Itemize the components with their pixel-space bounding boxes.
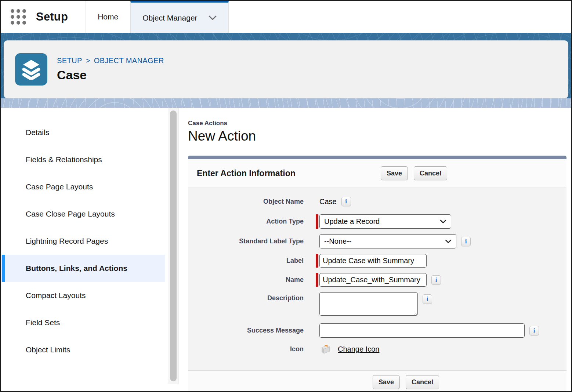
save-button-top[interactable]: Save (381, 166, 408, 180)
success-message-info-icon[interactable]: i (529, 326, 539, 335)
tab-object-manager[interactable]: Object Manager (130, 1, 228, 33)
sidebar-item-details[interactable]: Details (1, 119, 168, 146)
app-title: Setup (36, 1, 86, 33)
description-info-icon[interactable]: i (423, 294, 432, 304)
success-message-label: Success Message (188, 327, 304, 334)
panel-section-title: Enter Action Information (197, 168, 296, 178)
chevron-down-icon (445, 237, 452, 246)
description-textarea[interactable] (319, 292, 418, 316)
object-name-info-icon[interactable]: i (341, 197, 351, 206)
tab-object-manager-label: Object Manager (142, 14, 197, 22)
required-indicator (316, 254, 318, 268)
standard-label-type-selected-value: --None-- (324, 237, 351, 246)
sidebar-scrollbar[interactable] (168, 108, 179, 384)
sidebar-item-buttons-links-actions[interactable]: Buttons, Links, and Actions (1, 255, 165, 282)
icon-field-label: Icon (188, 345, 304, 353)
action-type-selected-value: Update a Record (324, 217, 380, 226)
panel-accent-bar (188, 156, 566, 159)
tab-home[interactable]: Home (86, 1, 130, 33)
chevron-down-icon (209, 14, 217, 22)
sidebar-item-case-page-layouts[interactable]: Case Page Layouts (1, 173, 168, 200)
waffle-icon (11, 9, 26, 25)
cancel-button-bottom[interactable]: Cancel (406, 375, 439, 389)
app-launcher-button[interactable] (1, 1, 36, 33)
action-info-panel: Enter Action Information Save Cancel Obj… (188, 156, 566, 392)
section-eyebrow: Case Actions (188, 120, 566, 127)
label-field-label: Label (188, 257, 304, 265)
standard-label-type-label: Standard Label Type (188, 237, 304, 245)
action-type-label: Action Type (188, 218, 304, 225)
sidebar-item-case-close-page-layouts[interactable]: Case Close Page Layouts (1, 200, 168, 228)
object-sidebar: Details Fields & Relationships Case Page… (1, 108, 168, 384)
description-label: Description (188, 292, 304, 302)
name-input[interactable] (319, 273, 427, 287)
object-header-card: SETUP > OBJECT MANAGER Case (4, 40, 568, 98)
standard-label-type-select[interactable]: --None-- (319, 234, 456, 248)
nav-tabs: Home Object Manager (86, 1, 228, 33)
breadcrumb: SETUP > OBJECT MANAGER (57, 57, 164, 65)
sidebar-item-fields-relationships[interactable]: Fields & Relationships (1, 146, 168, 173)
banner-strip (1, 98, 571, 108)
action-type-select[interactable]: Update a Record (319, 214, 451, 229)
save-button-bottom[interactable]: Save (373, 375, 400, 389)
page-title: Case (57, 68, 164, 82)
sidebar-item-compact-layouts[interactable]: Compact Layouts (1, 282, 168, 309)
change-icon-link[interactable]: Change Icon (338, 345, 379, 353)
sidebar-item-lightning-record-pages[interactable]: Lightning Record Pages (1, 228, 168, 255)
action-default-icon (319, 343, 331, 355)
sidebar-item-object-limits[interactable]: Object Limits (1, 336, 168, 363)
required-indicator (316, 273, 318, 287)
breadcrumb-object-manager-link[interactable]: OBJECT MANAGER (94, 57, 164, 65)
setup-banner: SETUP > OBJECT MANAGER Case (1, 33, 571, 98)
name-field-label: Name (188, 276, 304, 284)
new-action-title: New Action (188, 128, 566, 144)
success-message-input[interactable] (319, 323, 525, 338)
cancel-button-top[interactable]: Cancel (414, 166, 447, 180)
case-object-icon (15, 53, 47, 86)
object-name-label: Object Name (188, 198, 304, 206)
global-topbar: Setup Home Object Manager (1, 1, 571, 33)
required-indicator (316, 214, 318, 229)
app-window: Setup Home Object Manager S (0, 0, 572, 392)
name-info-icon[interactable]: i (431, 275, 441, 285)
label-input[interactable] (319, 254, 427, 268)
standard-label-type-info-icon[interactable]: i (461, 237, 471, 246)
breadcrumb-separator: > (86, 57, 90, 65)
sidebar-item-field-sets[interactable]: Field Sets (1, 309, 168, 336)
object-name-value: Case (319, 197, 337, 206)
scrollbar-thumb[interactable] (170, 110, 177, 381)
breadcrumb-setup-link[interactable]: SETUP (57, 57, 82, 65)
chevron-down-icon (440, 217, 446, 226)
main-content: Case Actions New Action Enter Action Inf… (179, 108, 571, 384)
